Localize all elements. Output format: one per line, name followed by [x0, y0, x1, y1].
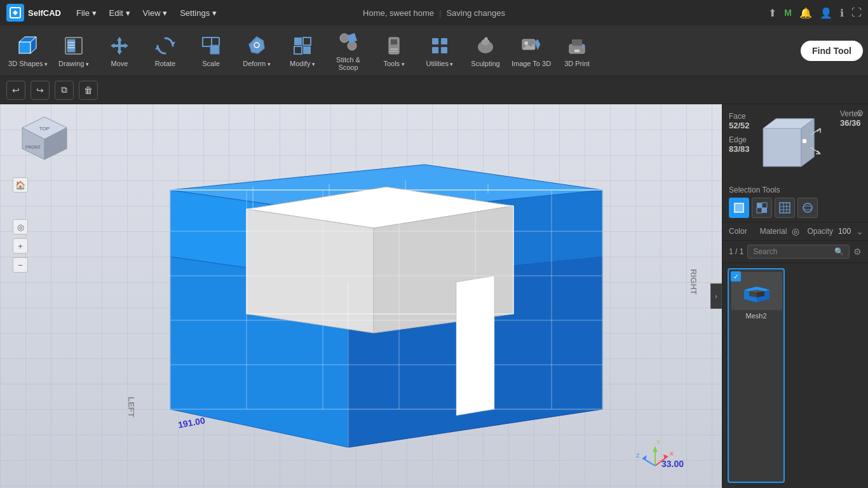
menu-view[interactable]: View ▾	[138, 6, 173, 20]
svg-point-44	[582, 46, 585, 48]
share-icon[interactable]: ⬆	[768, 7, 776, 19]
svg-marker-12	[125, 43, 128, 48]
redo-button[interactable]: ↪	[31, 81, 50, 100]
object-item-mesh2[interactable]: ✓ Mesh2	[728, 268, 785, 483]
tool-move[interactable]: Move	[97, 27, 142, 74]
svg-rect-42	[572, 39, 582, 46]
dir-right-label: RIGHT	[688, 269, 698, 294]
axis-indicator: X Y Z	[633, 434, 677, 478]
tool-move-label: Move	[111, 60, 128, 67]
svg-rect-43	[574, 50, 580, 52]
svg-rect-1	[19, 42, 31, 53]
color-settings-button[interactable]: ⌄	[856, 226, 864, 236]
find-tool-button[interactable]: Find Tool	[801, 41, 863, 61]
svg-point-27	[348, 41, 356, 50]
logo-icon	[6, 4, 24, 22]
edge-label: Edge	[729, 135, 750, 144]
tool-utilities[interactable]: Utilities	[417, 27, 463, 74]
edge-info: Edge 83/83	[729, 135, 750, 154]
duplicate-button[interactable]: ⧉	[55, 81, 74, 100]
svg-rect-14	[114, 44, 125, 47]
menu-settings[interactable]: Settings ▾	[175, 6, 222, 20]
tool-drawing[interactable]: Drawing	[51, 27, 97, 74]
grid-select-btn[interactable]	[775, 198, 795, 218]
divider: |	[439, 8, 441, 18]
tool-3d-shapes[interactable]: 3D Shapes	[5, 27, 51, 74]
svg-rect-18	[210, 45, 219, 54]
svg-rect-98	[762, 208, 767, 213]
svg-rect-24	[294, 46, 302, 54]
save-status: Saving changes	[446, 8, 505, 18]
face-select-btn[interactable]	[729, 198, 749, 218]
menu-edit[interactable]: Edit ▾	[104, 6, 135, 20]
svg-rect-99	[757, 208, 762, 213]
makercoin-icon[interactable]: M	[784, 8, 792, 18]
panel-settings-button[interactable]: ⚙	[856, 108, 864, 118]
objects-count: 1 / 1	[729, 247, 743, 256]
selection-tools-label: Selection Tools	[729, 186, 862, 194]
tool-image-to-3d[interactable]: Image To 3D	[508, 27, 554, 74]
selection-tools-row	[729, 198, 862, 218]
color-material-row: Color Material ◎ Opacity 100 ⌄	[722, 222, 868, 241]
tool-deform[interactable]: Deform	[234, 27, 280, 74]
objects-search-box[interactable]: Search 🔍	[747, 245, 850, 259]
svg-marker-16	[155, 46, 160, 50]
rotate-icon	[154, 34, 177, 57]
top-bar: SelfCAD File ▾ Edit ▾ View ▾ Settings ▾ …	[0, 0, 868, 25]
svg-rect-31	[390, 51, 398, 52]
vertex-value: 36/36	[840, 118, 862, 128]
svg-marker-11	[111, 43, 114, 48]
face-label: Face	[729, 112, 750, 121]
svg-rect-30	[390, 48, 398, 50]
selected-check: ✓	[731, 271, 741, 281]
svg-rect-5	[67, 39, 75, 52]
svg-rect-33	[441, 38, 447, 44]
tool-rotate[interactable]: Rotate	[142, 27, 188, 74]
fullscreen-icon[interactable]: ⛶	[851, 7, 862, 18]
objects-settings-button[interactable]: ⚙	[853, 247, 862, 257]
info-icon[interactable]: ℹ	[840, 7, 844, 19]
notification-icon[interactable]: 🔔	[799, 7, 812, 19]
collapse-panel-button[interactable]: ›	[710, 283, 722, 309]
svg-text:Y: Y	[656, 439, 660, 445]
material-label: Material	[760, 227, 787, 236]
preview-cube[interactable]	[757, 109, 833, 179]
svg-rect-97	[757, 203, 762, 208]
tool-image-to-3d-label: Image To 3D	[512, 60, 551, 67]
material-icon[interactable]: ◎	[792, 226, 799, 236]
preview-area: Face 52/52 Edge 83/83	[722, 104, 868, 182]
tool-tools[interactable]: Tools	[371, 27, 417, 74]
selection-tools-section: Selection Tools	[722, 182, 868, 222]
svg-marker-89	[642, 455, 647, 460]
sphere-select-btn[interactable]	[797, 198, 818, 218]
user-icon[interactable]: 👤	[820, 7, 832, 19]
svg-rect-32	[432, 38, 438, 44]
drawing-icon	[62, 34, 85, 57]
opacity-label: Opacity	[807, 227, 833, 236]
menu-bar: File ▾ Edit ▾ View ▾ Settings ▾	[71, 6, 222, 20]
svg-rect-23	[303, 37, 311, 45]
tool-modify[interactable]: Modify	[280, 27, 325, 74]
menu-file[interactable]: File ▾	[71, 6, 102, 20]
face-info: Face 52/52	[729, 112, 750, 130]
tool-scale[interactable]: Scale	[188, 27, 234, 74]
delete-button[interactable]: 🗑	[79, 81, 98, 100]
svg-rect-25	[303, 46, 311, 54]
svg-marker-10	[117, 51, 122, 55]
box-select-btn[interactable]	[752, 198, 772, 218]
viewport[interactable]: TOP FRONT 🏠 ◎ + −	[0, 104, 722, 488]
undo-button[interactable]: ↩	[6, 81, 25, 100]
svg-marker-15	[170, 42, 175, 46]
search-icon: 🔍	[834, 247, 844, 256]
tool-3d-print[interactable]: 3D Print	[554, 27, 600, 74]
move-icon	[108, 34, 131, 57]
3d-print-icon	[566, 34, 588, 57]
tool-sculpting[interactable]: Sculpting	[463, 27, 508, 74]
tool-deform-label: Deform	[243, 60, 271, 67]
utilities-icon	[428, 34, 451, 57]
color-label: Color	[729, 227, 747, 236]
svg-point-26	[340, 34, 349, 43]
svg-rect-35	[441, 47, 447, 53]
main-area: TOP FRONT 🏠 ◎ + −	[0, 104, 868, 488]
tool-stitch-scoop[interactable]: Stitch & Scoop	[325, 27, 371, 74]
